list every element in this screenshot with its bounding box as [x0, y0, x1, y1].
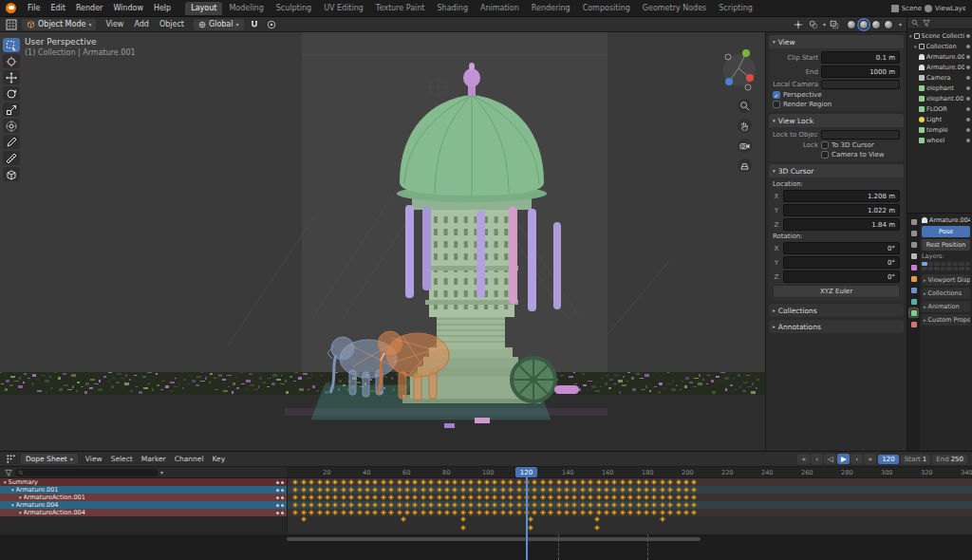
properties-tab-modifiers[interactable] — [909, 286, 918, 294]
channel-armature-004[interactable]: ▾Armature.004 — [0, 501, 287, 509]
channel-armature-001[interactable]: ▾Armature.001 — [0, 486, 287, 494]
layer-cell[interactable] — [928, 267, 934, 271]
viewport-menu-add[interactable]: Add — [129, 19, 154, 29]
shading-material-preview-icon[interactable] — [871, 20, 881, 29]
nav-zoom-icon[interactable] — [738, 99, 752, 113]
tool-rotate-icon[interactable] — [3, 86, 20, 101]
viewlayer-selector[interactable]: ViewLayer — [935, 5, 965, 12]
outliner-row-elephant[interactable]: elephant — [907, 83, 972, 93]
outliner-row-floor[interactable]: FLOOR — [907, 103, 972, 114]
cursor-z-field[interactable]: 1.84 m — [783, 218, 900, 231]
layer-cell[interactable] — [959, 262, 964, 266]
rotation-order-dropdown[interactable]: XYZ Euler — [773, 285, 900, 298]
viewport-menu-view[interactable]: View — [101, 19, 128, 29]
perspective-checkbox[interactable]: ✓ — [773, 91, 780, 99]
dopesheet-mode-dropdown[interactable]: Dope Sheet ▾ — [21, 454, 78, 464]
properties-tab-view-layer[interactable] — [909, 240, 918, 249]
clip-end-field[interactable]: 1000 m — [821, 65, 900, 78]
filter-icon[interactable] — [4, 468, 12, 476]
menu-edit[interactable]: Edit — [46, 2, 70, 14]
snap-magnet-icon[interactable] — [249, 18, 261, 30]
menu-help[interactable]: Help — [149, 2, 176, 14]
workspace-tab-geometry-nodes[interactable]: Geometry Nodes — [637, 2, 712, 15]
properties-tab-render[interactable] — [909, 217, 918, 226]
keyframe[interactable] — [594, 525, 600, 531]
properties-tab-physics[interactable] — [909, 297, 918, 306]
tool-select-box-icon[interactable] — [3, 38, 20, 52]
properties-tab-material[interactable] — [909, 320, 918, 328]
armature-id-row[interactable]: Armature.004 — [922, 216, 970, 224]
properties-tab-object-data[interactable] — [909, 308, 918, 317]
pose-position-button[interactable]: Pose — [922, 226, 970, 237]
lock-to-object-field[interactable] — [821, 130, 900, 140]
workspace-tab-texture-paint[interactable]: Texture Paint — [370, 2, 431, 15]
tool-transform-icon[interactable] — [3, 119, 20, 133]
properties-tab-output[interactable] — [909, 229, 918, 237]
viewport-canvas[interactable]: User Perspective (1) Collection | Armatu… — [0, 32, 765, 451]
keyframe[interactable] — [528, 516, 533, 522]
workspace-tab-animation[interactable]: Animation — [475, 2, 525, 15]
filter-icon[interactable] — [922, 19, 930, 28]
cursor-rx-field[interactable]: 0° — [783, 242, 900, 254]
keyframe[interactable] — [401, 516, 406, 522]
current-frame-indicator[interactable]: 120 — [515, 467, 537, 477]
layer-cell[interactable] — [959, 267, 964, 271]
frame-ruler[interactable]: 0204060801001201401601802002202402602803… — [287, 467, 972, 478]
channel-summary[interactable]: ▾Summary — [0, 478, 287, 486]
layer-cell[interactable] — [946, 262, 952, 266]
render-region-checkbox[interactable] — [773, 101, 780, 108]
tool-cursor-icon[interactable] — [3, 54, 20, 68]
view-lock-panel-header[interactable]: ▾ View Lock — [769, 114, 904, 127]
panel-collections[interactable]: ▸Collections — [922, 288, 970, 299]
layer-cell[interactable] — [953, 262, 959, 266]
visibility-eye-icon[interactable] — [966, 86, 970, 90]
dopesheet-scroll-area[interactable] — [0, 534, 972, 560]
overlays-icon[interactable] — [808, 18, 820, 30]
collections-panel-header[interactable]: ▸ Collections — [769, 304, 904, 317]
keyframe[interactable] — [660, 516, 665, 522]
layer-cell[interactable] — [941, 267, 946, 271]
tool-add-cube-icon[interactable] — [3, 167, 20, 181]
tool-move-icon[interactable] — [3, 70, 20, 84]
visibility-eye-icon[interactable] — [966, 97, 970, 101]
visibility-eye-icon[interactable] — [966, 107, 970, 111]
layer-cell[interactable] — [965, 267, 971, 271]
layer-cell[interactable] — [965, 262, 971, 266]
layer-cell[interactable] — [946, 267, 952, 271]
menu-render[interactable]: Render — [71, 2, 107, 14]
local-camera-field[interactable] — [821, 80, 900, 89]
prev-keyframe-button[interactable]: ‹ — [811, 454, 823, 464]
blender-logo-icon[interactable] — [6, 3, 16, 13]
armature-layers-grid[interactable] — [922, 262, 970, 271]
workspace-tab-modeling[interactable]: Modeling — [223, 2, 269, 15]
proportional-editing-icon[interactable] — [266, 18, 278, 30]
outliner-row-scene-collection[interactable]: ▾Scene Collection — [907, 30, 972, 41]
panel-animation[interactable]: ▸Animation — [922, 301, 970, 312]
visibility-eye-icon[interactable] — [966, 55, 970, 59]
channel-search-input[interactable] — [15, 469, 158, 476]
menu-window[interactable]: Window — [108, 2, 148, 14]
clip-start-field[interactable]: 0.1 m — [821, 51, 900, 64]
workspace-tab-layout[interactable]: Layout — [185, 2, 222, 15]
viewport-menu-object[interactable]: Object — [155, 19, 189, 29]
rest-position-button[interactable]: Rest Position — [922, 239, 970, 251]
shading-solid-icon[interactable] — [859, 20, 869, 29]
workspace-tab-scripting[interactable]: Scripting — [713, 2, 758, 15]
properties-tab-object[interactable] — [909, 274, 918, 283]
keyframe[interactable] — [528, 525, 533, 531]
shading-wireframe-icon[interactable] — [847, 20, 856, 29]
outliner-row-armature-001[interactable]: Armature.001 — [907, 51, 972, 62]
chevron-down-icon[interactable]: ▾ — [160, 469, 163, 476]
editor-type-icon[interactable] — [5, 453, 17, 465]
keyframe[interactable] — [594, 516, 600, 522]
play-button[interactable]: ▶ — [837, 454, 850, 464]
menu-file[interactable]: File — [23, 2, 45, 14]
tool-scale-icon[interactable] — [3, 103, 20, 117]
panel-viewport-display[interactable]: ▸Viewport Display — [922, 274, 970, 286]
visibility-eye-icon[interactable] — [966, 139, 970, 142]
layer-cell[interactable] — [922, 262, 927, 266]
frame-start-field[interactable]: Start1 — [901, 455, 931, 464]
workspace-tab-rendering[interactable]: Rendering — [526, 2, 576, 15]
xray-toggle-icon[interactable] — [829, 18, 841, 30]
outliner-row-temple[interactable]: temple — [907, 124, 972, 135]
